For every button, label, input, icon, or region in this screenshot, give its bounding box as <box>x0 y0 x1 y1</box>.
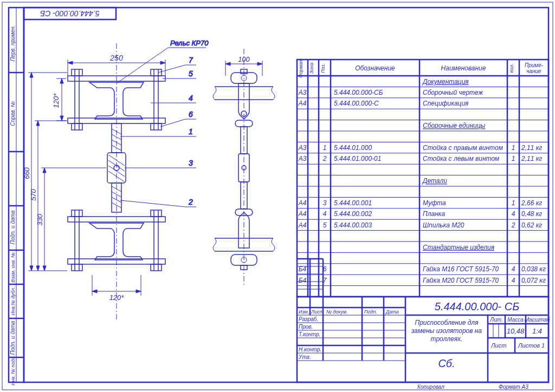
bom-cell: Сборочные единицы <box>423 122 486 129</box>
svg-text:Лит.: Лит. <box>489 317 502 323</box>
svg-text:330: 330 <box>36 213 44 225</box>
svg-line-111 <box>120 200 185 207</box>
svg-marker-76 <box>36 121 40 126</box>
svg-text:Масштаб: Масштаб <box>525 317 550 323</box>
bom-cell: А4 <box>298 221 307 229</box>
bom-cell: Гайка М20 ГОСТ 5915-70 <box>423 277 499 284</box>
svg-marker-118 <box>225 62 230 66</box>
svg-text:3: 3 <box>189 159 193 167</box>
svg-text:чание: чание <box>526 68 541 74</box>
svg-text:Поз.: Поз. <box>320 63 326 73</box>
svg-marker-88 <box>136 290 141 293</box>
bom-cell: А4 <box>298 210 307 218</box>
bom-cell: 2 <box>322 155 327 162</box>
bom-cell: А4 <box>298 199 307 207</box>
bom-cell: 5.444.00.002 <box>334 210 372 218</box>
bom-cell: 0,48 кг <box>521 210 542 218</box>
svg-text:Листов     1: Листов 1 <box>518 342 545 349</box>
svg-marker-59 <box>68 61 73 64</box>
bom-cell: 5.444.00.003 <box>334 221 372 229</box>
svg-marker-73 <box>30 73 33 77</box>
bom-cell: 5.444.00.000-С <box>334 100 379 107</box>
svg-marker-79 <box>43 168 46 173</box>
svg-text:120*: 120* <box>109 293 125 302</box>
svg-text:6: 6 <box>189 110 193 119</box>
svg-line-90 <box>117 48 168 83</box>
bom-cell: 4 <box>323 210 327 218</box>
svg-line-38 <box>108 160 125 171</box>
svg-line-93 <box>158 65 185 73</box>
svg-rect-26 <box>151 69 162 76</box>
bom-cell: Сборочный чертеж <box>423 89 483 96</box>
bom-cell: Муфта <box>423 199 446 207</box>
bom-cell: Гайка М16 ГОСТ 5915-70 <box>423 265 499 273</box>
svg-marker-87 <box>92 290 97 293</box>
svg-text:Инв. № подл.: Инв. № подл. <box>10 355 16 386</box>
svg-text:Подп. и дата: Подп. и дата <box>10 210 16 244</box>
drawing-sheet: 5.444.00.000- СБ Перв. примен. Справ. № … <box>0 0 555 392</box>
bom-cell: 4 <box>512 210 515 218</box>
svg-text:1: 1 <box>189 127 193 136</box>
kopiroval: Копировал <box>417 384 444 390</box>
bom-cell: Детали <box>422 177 447 185</box>
bom-cell: 5.444.00.000-СБ <box>334 89 383 96</box>
svg-text:1:4: 1:4 <box>532 327 542 335</box>
svg-text:Дата: Дата <box>385 309 399 315</box>
bom-cell: 2,11 кг <box>521 155 542 162</box>
bom-cell: 5.444.00.001 <box>334 199 372 207</box>
side-view: 100 <box>213 49 275 287</box>
svg-text:10,48: 10,48 <box>507 327 525 335</box>
svg-text:Рельс КР70: Рельс КР70 <box>170 39 209 47</box>
svg-rect-51 <box>72 210 82 217</box>
svg-text:Изм.: Изм. <box>299 309 309 315</box>
bom-cell: Шпилька М20 <box>423 221 464 229</box>
doc-number-box: 5.444.00.000- СБ <box>24 8 116 19</box>
svg-text:Т.контр.: Т.контр. <box>299 331 320 337</box>
svg-rect-53 <box>72 264 82 271</box>
bom-cell: Стандартные изделия <box>423 244 495 251</box>
svg-text:Обозначение: Обозначение <box>355 64 395 72</box>
bom-cell: Б4 <box>299 265 307 273</box>
svg-rect-27 <box>72 123 82 130</box>
svg-text:4: 4 <box>189 94 193 102</box>
svg-rect-52 <box>151 210 162 217</box>
svg-text:Лист: Лист <box>311 309 324 315</box>
bom-cell: 0,62 кг <box>521 221 542 229</box>
svg-text:Наименование: Наименование <box>441 64 486 72</box>
svg-text:замены изоляторов на: замены изоляторов на <box>411 327 482 335</box>
svg-text:Кол.: Кол. <box>509 63 514 73</box>
svg-text:Зона: Зона <box>309 63 314 74</box>
bom-cell: Планка <box>423 210 445 218</box>
bom-cell: Спецификация <box>423 100 469 107</box>
svg-rect-54 <box>151 264 162 271</box>
bom-cell: 3 <box>323 199 327 207</box>
svg-text:Н.контр.: Н.контр. <box>299 347 321 352</box>
format-label: Формат А3 <box>499 384 528 390</box>
svg-marker-65 <box>60 79 63 83</box>
bom-cell: Документация <box>422 78 469 86</box>
bom-cell: 1 <box>512 144 515 152</box>
bom-table: Формат Зона Поз. Обозначение Наименовани… <box>297 58 548 297</box>
bom-cell: 0,072 кг <box>521 277 546 284</box>
drawing-type: Сб. <box>438 357 455 369</box>
bom-cell: 2,66 кг <box>521 199 542 207</box>
svg-text:2: 2 <box>188 198 193 206</box>
bom-cell: 4 <box>512 265 515 273</box>
left-sidebar: Перв. примен. Справ. № Подп. и дата Взам… <box>9 8 24 386</box>
bom-cell: А4 <box>298 100 307 107</box>
drawing-number: 5.444.00.000- СБ <box>435 300 519 312</box>
svg-text:Формат: Формат <box>298 58 304 78</box>
svg-marker-66 <box>60 116 63 121</box>
front-view: 250 120* 660 570 330 <box>23 39 209 319</box>
svg-text:5: 5 <box>189 69 193 78</box>
svg-text:Разраб.: Разраб. <box>299 316 318 322</box>
svg-text:Лист: Лист <box>491 342 506 349</box>
svg-text:7: 7 <box>189 56 193 64</box>
svg-text:Подп. и дата: Подп. и дата <box>10 321 16 355</box>
svg-text:120*: 120* <box>52 93 60 108</box>
bom-cell: 2,11 кг <box>521 144 542 152</box>
svg-text:№ докум.: № докум. <box>326 309 348 315</box>
svg-line-40 <box>108 171 125 182</box>
bom-cell: Б4 <box>299 277 307 284</box>
bom-cell: Стойка с правым винтом <box>423 144 503 152</box>
